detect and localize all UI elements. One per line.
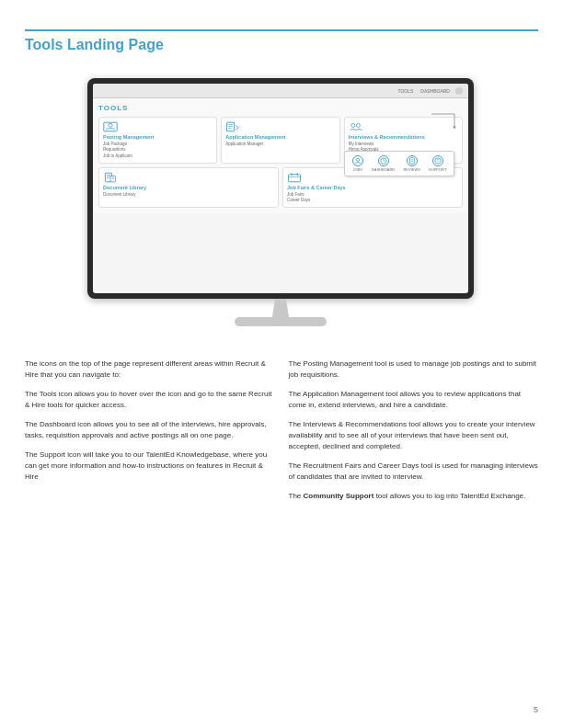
left-para-1: The icons on the top of the page represe… bbox=[25, 358, 275, 381]
monitor-stand-base bbox=[235, 317, 327, 326]
svg-point-7 bbox=[356, 123, 360, 127]
right-para-5: The Community Support tool allows you to… bbox=[289, 491, 539, 502]
application-title: Application Management bbox=[225, 134, 335, 140]
posting-title: Posting Management bbox=[103, 134, 213, 140]
callout-arrow bbox=[431, 109, 464, 137]
callout-area: JOBS DASHBOARD REVIEWS bbox=[431, 100, 464, 137]
callout-item-support: ? SUPPORT bbox=[429, 155, 446, 172]
top-accent-line bbox=[25, 29, 538, 31]
svg-point-20 bbox=[356, 158, 359, 161]
monitor-stand-neck bbox=[267, 299, 294, 317]
right-para-2: The Application Management tool allows y… bbox=[289, 389, 539, 411]
svg-line-23 bbox=[384, 161, 385, 162]
callout-item-jobs: JOBS bbox=[352, 155, 363, 172]
left-para-4: The Support icon will take you to our Ta… bbox=[25, 449, 275, 483]
document-link-1: Document Library bbox=[103, 192, 274, 198]
left-para-3: The Dashboard icon allows you to see all… bbox=[25, 419, 275, 441]
application-icon bbox=[225, 121, 240, 132]
screen-toolbar: TOOLS DASHBOARD bbox=[93, 84, 468, 98]
callout-row: JOBS DASHBOARD REVIEWS bbox=[349, 155, 450, 172]
right-para-1: The Posting Management tool is used to m… bbox=[289, 358, 539, 381]
page-title: Tools Landing Page bbox=[25, 37, 164, 53]
svg-point-6 bbox=[350, 123, 354, 127]
toolbar-tools-label: TOOLS bbox=[397, 88, 413, 94]
reviews-icon bbox=[407, 155, 418, 166]
right-para-3: The Interviews & Recommendations tool al… bbox=[289, 419, 539, 452]
reviews-label: REVIEWS bbox=[403, 167, 419, 172]
left-para-2: The Tools icon allows you to hover over … bbox=[25, 389, 275, 411]
monitor-frame: TOOLS DASHBOARD TOOLS bbox=[87, 78, 474, 299]
tool-card-posting: Posting Management Job Package Requisiti… bbox=[98, 117, 217, 164]
content-left: The icons on the top of the page represe… bbox=[25, 358, 275, 510]
support-icon: ? bbox=[432, 155, 443, 166]
posting-link-3: Job to Applicant bbox=[103, 154, 213, 159]
svg-rect-15 bbox=[289, 175, 301, 182]
svg-text:?: ? bbox=[437, 159, 440, 164]
dashboard-icon bbox=[378, 155, 389, 166]
toolbar-button bbox=[455, 87, 463, 95]
toolbar-dashboard-label: DASHBOARD bbox=[420, 88, 450, 94]
jobfairs-link-2: Career Days bbox=[287, 198, 458, 203]
interviews-icon bbox=[349, 121, 363, 132]
tool-card-application: Application Management Application Manag… bbox=[221, 117, 339, 164]
content-right: The Posting Management tool is used to m… bbox=[289, 358, 539, 510]
dashboard-label: DASHBOARD bbox=[372, 167, 395, 172]
jobfairs-title: Job Fairs & Career Days bbox=[287, 185, 458, 190]
tool-card-document: Document Library Document Library bbox=[98, 167, 279, 209]
svg-rect-2 bbox=[227, 122, 235, 131]
callout-box: JOBS DASHBOARD REVIEWS bbox=[344, 151, 454, 176]
page-number: 5 bbox=[534, 705, 538, 714]
svg-rect-24 bbox=[409, 158, 414, 164]
document-icon bbox=[103, 172, 118, 183]
jobfairs-icon bbox=[287, 172, 302, 183]
callout-item-dashboard: DASHBOARD bbox=[372, 155, 395, 172]
posting-icon bbox=[103, 121, 118, 132]
monitor-screen: TOOLS DASHBOARD TOOLS bbox=[93, 84, 468, 293]
application-link-1: Application Manager bbox=[225, 142, 335, 147]
jobs-icon bbox=[352, 155, 363, 166]
screen-section-title: TOOLS bbox=[98, 104, 463, 112]
support-label: SUPPORT bbox=[429, 167, 446, 172]
monitor-illustration: TOOLS DASHBOARD TOOLS bbox=[74, 78, 488, 326]
document-title: Document Library bbox=[103, 185, 274, 190]
svg-point-1 bbox=[109, 123, 112, 127]
content-area: The icons on the top of the page represe… bbox=[25, 358, 538, 510]
jobs-label: JOBS bbox=[352, 167, 362, 172]
callout-item-reviews: REVIEWS bbox=[403, 155, 419, 172]
right-para-4: The Recruitment Fairs and Career Days to… bbox=[289, 461, 539, 483]
